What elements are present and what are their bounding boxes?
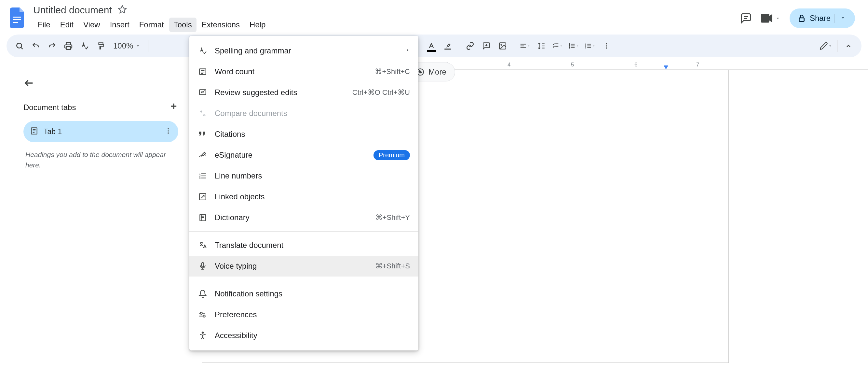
tab-item-1[interactable]: Tab 1 [24,121,178,142]
menu-format[interactable]: Format [135,18,168,32]
more-options-icon[interactable] [599,39,614,53]
word-count-icon [198,67,208,76]
menu-voice-typing[interactable]: Voice typing ⌘+Shift+S [189,256,418,277]
svg-point-70 [202,332,203,333]
separator [837,40,837,52]
checklist-icon[interactable] [551,39,565,53]
menu-preferences[interactable]: Preferences [189,304,418,325]
redo-icon[interactable] [45,39,59,53]
print-icon[interactable] [61,39,75,53]
svg-point-40 [606,48,608,49]
text-color-icon[interactable] [424,39,439,53]
menu-accessibility[interactable]: Accessibility [189,325,418,346]
menu-citations[interactable]: Citations [189,124,418,145]
title-area: Untitled document File Edit View Insert … [33,3,736,32]
sidebar-hint: Headings you add to the document will ap… [24,149,178,170]
signature-icon [198,151,208,159]
share-label: Share [810,14,831,23]
svg-rect-9 [66,47,71,50]
svg-point-38 [606,43,608,45]
svg-rect-1 [13,19,21,20]
undo-icon[interactable] [29,39,43,53]
meet-button[interactable] [761,14,780,23]
tools-dropdown-menu: Spelling and grammar Word count ⌘+Shift+… [189,36,418,350]
separator [148,40,148,52]
menu-help[interactable]: Help [245,18,270,32]
comment-history-icon[interactable] [740,12,752,24]
menu-compare-documents: Compare documents [189,103,418,124]
toolbar: 100% 123 [6,34,862,57]
header: Untitled document File Edit View Insert … [0,0,868,33]
numbered-list-icon[interactable]: 123 [583,39,597,53]
line-spacing-icon[interactable] [534,39,549,53]
document-icon [30,127,38,137]
tab-label: Tab 1 [43,127,159,136]
menu-tools[interactable]: Tools [169,18,196,32]
svg-point-50 [167,133,169,134]
svg-point-69 [203,315,205,317]
menu-spelling-grammar[interactable]: Spelling and grammar [189,40,418,61]
insert-image-icon[interactable] [495,39,510,53]
back-icon[interactable] [24,78,178,90]
docs-logo[interactable] [6,3,29,33]
premium-badge: Premium [373,150,410,160]
menu-line-numbers[interactable]: 123 Line numbers [189,166,418,186]
svg-rect-6 [799,18,804,22]
svg-point-53 [420,71,421,72]
menu-notification-settings[interactable]: Notification settings [189,283,418,304]
spellcheck-icon[interactable] [78,39,92,53]
menu-insert[interactable]: Insert [105,18,134,32]
svg-point-7 [17,43,22,48]
expand-icon[interactable] [841,39,856,53]
menu-word-count[interactable]: Word count ⌘+Shift+C [189,61,418,82]
menu-esignature[interactable]: eSignature Premium [189,145,418,166]
microphone-icon [198,262,208,271]
citations-icon [198,131,208,138]
svg-point-30 [569,47,570,48]
vertical-ruler[interactable] [3,70,13,368]
menu-review-edits[interactable]: Review suggested edits Ctrl+⌘O Ctrl+⌘U [189,82,418,103]
editing-mode-icon[interactable] [819,39,833,53]
add-tab-icon[interactable] [169,102,178,113]
align-icon[interactable] [518,39,532,53]
share-dropdown-icon[interactable] [835,14,851,23]
menu-file[interactable]: File [33,18,55,32]
menu-edit[interactable]: Edit [56,18,78,32]
menu-extensions[interactable]: Extensions [197,18,244,32]
linked-objects-icon [198,193,208,201]
preferences-icon [198,310,208,319]
menu-dictionary[interactable]: Dictionary ⌘+Shift+Y [189,207,418,228]
zoom-selector[interactable]: 100% [110,41,144,51]
svg-marker-3 [118,5,126,13]
svg-rect-2 [13,22,18,23]
line-numbers-icon: 123 [198,172,208,180]
svg-rect-0 [13,17,21,18]
menu-translate[interactable]: Translate document [189,235,418,256]
compare-icon [198,109,208,118]
menu-linked-objects[interactable]: Linked objects [189,186,418,207]
separator [514,40,514,52]
add-comment-icon[interactable] [479,39,494,53]
svg-point-49 [167,130,169,132]
share-button[interactable]: Share [789,8,855,28]
accessibility-icon [198,331,208,340]
bell-icon [198,289,208,298]
menubar: File Edit View Insert Format Tools Exten… [33,18,736,32]
menu-view[interactable]: View [79,18,105,32]
document-title[interactable]: Untitled document [33,5,112,16]
main-content: Document tabs Tab 1 Headings you add to … [0,70,868,368]
star-icon[interactable] [118,5,127,15]
svg-rect-67 [202,262,204,267]
highlight-color-icon[interactable] [440,39,455,53]
svg-point-26 [569,44,570,45]
search-icon[interactable] [12,39,27,53]
svg-point-39 [606,45,608,47]
tab-more-icon[interactable] [165,127,172,136]
submenu-arrow-icon [405,48,410,54]
svg-point-28 [569,46,570,47]
insert-link-icon[interactable] [463,39,477,53]
svg-text:3: 3 [199,176,200,179]
paint-format-icon[interactable] [94,39,108,53]
sidebar-title: Document tabs [24,103,76,112]
bulleted-list-icon[interactable] [567,39,581,53]
